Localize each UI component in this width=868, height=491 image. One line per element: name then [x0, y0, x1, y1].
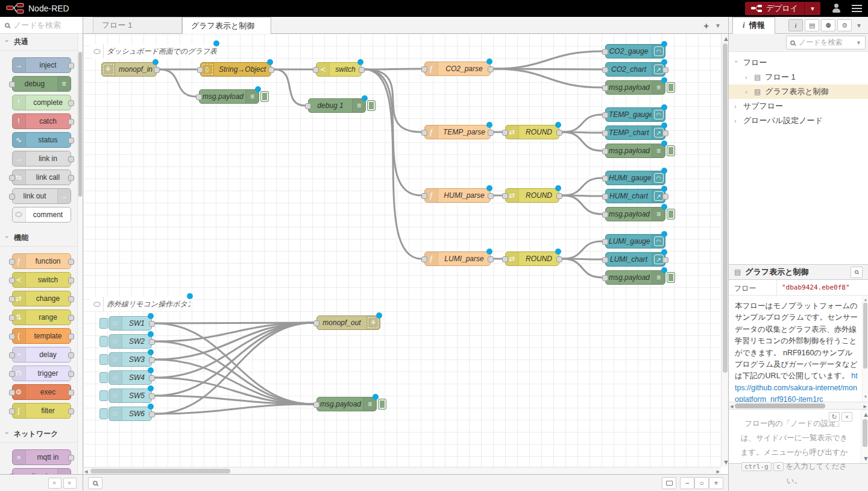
- comment-node-c1[interactable]: ダッシュボード画面でのグラフ表示: [90, 44, 217, 59]
- canvas-vertical-scrollbar[interactable]: ▲ ▼: [721, 34, 728, 467]
- palette-node-link-in[interactable]: →link in: [12, 151, 71, 166]
- input-port[interactable]: [602, 239, 608, 245]
- input-port[interactable]: [602, 130, 608, 136]
- flow-node-co2_parse[interactable]: ƒCO2_parse: [424, 62, 491, 76]
- flow-node-monopf_out[interactable]: ⚘monopf_out: [316, 315, 380, 330]
- palette-node-delay[interactable]: ◔delay: [12, 347, 71, 363]
- input-port[interactable]: [502, 256, 508, 262]
- flow-node-temp_dbg[interactable]: ≡msg.payload: [605, 144, 665, 158]
- output-port[interactable]: [662, 130, 668, 136]
- flow-node-temp_parse[interactable]: ƒTEMP_parse: [424, 125, 491, 139]
- flow-node-lumi_dbg[interactable]: ≡msg.payload: [605, 270, 665, 285]
- inject-button[interactable]: [99, 318, 108, 329]
- debug-toggle-button[interactable]: [667, 272, 675, 283]
- sidebar-more-button[interactable]: ▼: [854, 22, 864, 29]
- palette-node-catch[interactable]: !catch: [12, 113, 71, 129]
- flow-canvas[interactable]: ダッシュボード画面でのグラフ表示赤外線リモコン操作ボタン⚘monopf_in{}…: [83, 34, 721, 467]
- palette-category-header[interactable]: ›共通: [0, 34, 83, 51]
- output-port[interactable]: [488, 66, 494, 72]
- input-port[interactable]: [421, 193, 427, 199]
- output-port[interactable]: [149, 411, 155, 417]
- input-port[interactable]: [421, 256, 427, 262]
- input-port[interactable]: [421, 66, 427, 72]
- palette-scrollbar[interactable]: [77, 34, 83, 474]
- flow-node-temp_chart[interactable]: ↗TEMP_chart: [605, 125, 665, 140]
- tab-flow-1[interactable]: フロー 1: [93, 17, 182, 33]
- palette-node-change[interactable]: ⇄change: [12, 291, 71, 306]
- output-port[interactable]: [488, 130, 494, 136]
- palette-node-exec[interactable]: ⚙exec: [12, 384, 71, 400]
- output-port[interactable]: [154, 67, 160, 73]
- flow-node-str2obj[interactable]: {}String→Object: [200, 62, 271, 77]
- flow-node-co2_chart[interactable]: ↗CO2_chart: [605, 62, 665, 77]
- palette-node-link-call[interactable]: ⇆link call: [12, 169, 71, 185]
- description-horizontal-scrollbar[interactable]: ◂▸: [729, 402, 868, 409]
- output-port[interactable]: [359, 67, 365, 73]
- palette-category-header[interactable]: ›ネットワーク: [0, 426, 83, 443]
- tips-refresh-button[interactable]: ↻: [829, 412, 840, 422]
- output-port[interactable]: [488, 193, 494, 199]
- flow-node-round_l[interactable]: ⇄ROUND: [505, 252, 559, 266]
- tips-close-button[interactable]: ×: [841, 412, 852, 422]
- palette-node-range[interactable]: ⇅range: [12, 309, 71, 325]
- flow-node-sw5[interactable]: ☞SW5: [108, 388, 152, 403]
- output-port[interactable]: [149, 339, 155, 345]
- flow-node-lumi_chart[interactable]: ↗LUMI_chart: [605, 252, 665, 267]
- inject-button[interactable]: [99, 372, 108, 383]
- description-scrollbar[interactable]: ▲▼: [862, 296, 868, 402]
- canvas-horizontal-scrollbar[interactable]: ◂ ▸: [83, 467, 721, 474]
- input-port[interactable]: [602, 212, 608, 218]
- flow-node-humi_gauge[interactable]: ◠HUMI_gauge: [605, 171, 665, 185]
- output-port[interactable]: [488, 256, 494, 262]
- canvas-search-button[interactable]: [88, 477, 102, 489]
- input-port[interactable]: [313, 320, 319, 326]
- inject-button[interactable]: [99, 390, 108, 401]
- main-menu-icon[interactable]: [852, 5, 862, 12]
- debug-toggle-button[interactable]: [667, 82, 675, 93]
- inject-button[interactable]: [99, 408, 108, 419]
- debug-toggle-button[interactable]: [667, 145, 675, 156]
- expand-all-button[interactable]: »: [63, 478, 77, 489]
- palette-node-template[interactable]: {template: [12, 328, 71, 344]
- input-port[interactable]: [602, 176, 608, 182]
- input-port[interactable]: [602, 85, 608, 91]
- output-port[interactable]: [149, 393, 155, 399]
- tree-root-flows[interactable]: › フロー: [729, 55, 868, 70]
- output-port[interactable]: [662, 194, 668, 200]
- palette-node-link-out[interactable]: →link out: [12, 188, 71, 204]
- output-port[interactable]: [556, 256, 562, 262]
- input-port[interactable]: [197, 67, 203, 73]
- input-port[interactable]: [313, 402, 319, 408]
- flow-node-debug1[interactable]: ≡debug 1: [308, 98, 366, 113]
- deploy-options-button[interactable]: ▼: [804, 2, 820, 15]
- flow-node-temp_gauge[interactable]: ◠TEMP_gauge: [605, 107, 665, 122]
- tab-info[interactable]: i 情報: [732, 17, 775, 34]
- flow-node-lumi_parse[interactable]: ƒLUMI_parse: [424, 252, 491, 266]
- tab-graph-control[interactable]: グラフ表示と制御: [182, 17, 271, 34]
- palette-search-input[interactable]: ノードを検索: [0, 17, 83, 34]
- comment-node-c2[interactable]: 赤外線リモコン操作ボタン: [90, 297, 190, 311]
- output-port[interactable]: [662, 257, 668, 263]
- tree-root-global-config[interactable]: › グローバル設定ノード: [729, 113, 868, 128]
- palette-node-status[interactable]: ∿status: [12, 132, 71, 148]
- input-port[interactable]: [602, 194, 608, 200]
- flow-node-sw3[interactable]: ☞SW3: [108, 352, 152, 367]
- flow-node-co2_gauge[interactable]: ◠CO2_gauge: [605, 44, 665, 59]
- output-port[interactable]: [149, 375, 155, 381]
- inject-button[interactable]: [99, 336, 108, 347]
- output-port[interactable]: [268, 67, 274, 73]
- palette-node-mqtt-out[interactable]: »mqtt out: [12, 468, 71, 475]
- palette-node-mqtt-in[interactable]: »mqtt in: [12, 449, 71, 465]
- flow-node-humi_chart[interactable]: ↗HUMI_chart: [605, 189, 665, 203]
- input-port[interactable]: [313, 67, 319, 73]
- tree-item-graph-control[interactable]: › ▤ グラフ表示と制御: [729, 84, 868, 99]
- output-port[interactable]: [149, 357, 155, 363]
- palette-node-trigger[interactable]: ⊓trigger: [12, 366, 71, 381]
- input-port[interactable]: [502, 130, 508, 136]
- palette-node-complete[interactable]: !complete: [12, 95, 71, 110]
- input-port[interactable]: [602, 148, 608, 154]
- inject-button[interactable]: [99, 354, 108, 365]
- sidebar-search-input[interactable]: ノードを検索 ▼: [786, 36, 866, 49]
- zoom-out-button[interactable]: −: [680, 477, 694, 489]
- collapse-all-button[interactable]: «: [48, 478, 61, 489]
